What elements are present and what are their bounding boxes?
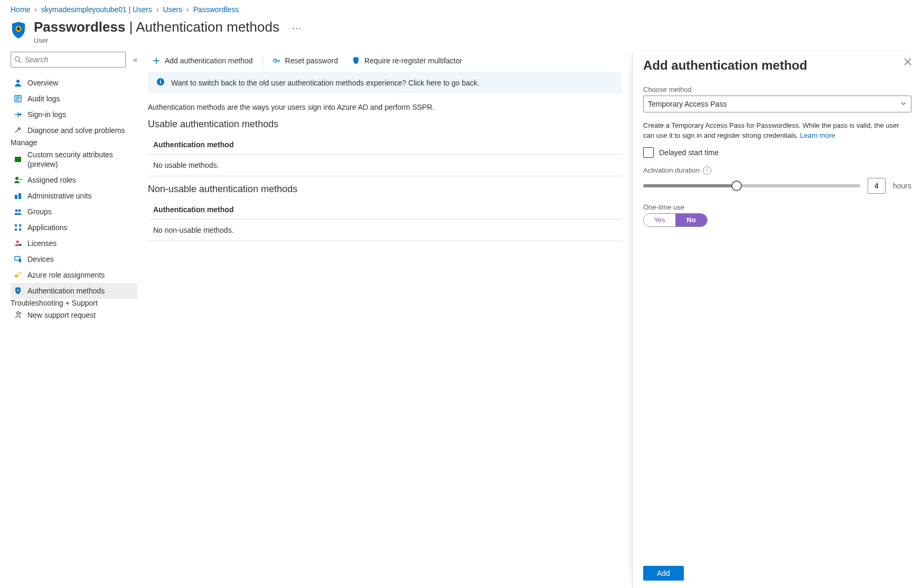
- activation-duration-unit: hours: [893, 182, 911, 190]
- info-tooltip-icon[interactable]: i: [703, 166, 711, 175]
- attr-icon: [14, 155, 22, 164]
- breadcrumb-tenant[interactable]: skymadesimpleyoutube01 | Users: [41, 5, 152, 14]
- usable-methods-table: Authentication method No usable methods.: [148, 135, 622, 176]
- sidebar-item-new-support-request[interactable]: New support request: [11, 307, 137, 323]
- svg-rect-10: [15, 195, 17, 199]
- sidebar-item-groups[interactable]: Groups: [11, 204, 137, 220]
- activation-duration-slider[interactable]: [643, 184, 860, 187]
- sidebar-item-devices[interactable]: Devices: [11, 251, 137, 267]
- sidebar-item-label: Groups: [27, 207, 134, 216]
- sidebar-item-custom-security-attributes-preview[interactable]: Custom security attributes (preview): [11, 147, 137, 172]
- nonusable-methods-table: Authentication method No non-usable meth…: [148, 200, 622, 241]
- add-auth-method-label: Add authentication method: [165, 56, 253, 65]
- sidebar-item-label: Custom security attributes (preview): [27, 150, 134, 169]
- svg-rect-28: [160, 80, 161, 81]
- sidebar-item-licenses[interactable]: Licenses: [11, 235, 137, 251]
- sidebar-item-label: Devices: [27, 254, 134, 264]
- sidebar-item-azure-role-assignments[interactable]: Azure role assignments: [11, 267, 137, 283]
- signin-icon: [14, 110, 22, 119]
- nonusable-section-title: Non-usable authentication methods: [148, 184, 622, 195]
- usable-col-header: Authentication method: [148, 135, 622, 155]
- sidebar-item-assigned-roles[interactable]: Assigned roles: [11, 172, 137, 188]
- choose-method-value: Temporary Access Pass: [648, 100, 727, 108]
- reset-password-button[interactable]: Reset password: [268, 54, 342, 67]
- sidebar-section-manage: Manage: [11, 138, 37, 147]
- nonusable-empty-cell: No non-usable methods.: [148, 220, 622, 241]
- usable-section-title: Usable authentication methods: [148, 119, 622, 130]
- table-row: No non-usable methods.: [148, 220, 622, 241]
- person-icon: [14, 79, 22, 87]
- sidebar-item-label: Applications: [27, 223, 134, 232]
- sidebar-item-applications[interactable]: Applications: [11, 220, 137, 235]
- svg-point-7: [20, 113, 22, 116]
- chevron-down-icon: [900, 100, 907, 108]
- delayed-start-checkbox[interactable]: [643, 147, 654, 158]
- sidebar-section-trouble: Troubleshooting + Support: [11, 299, 98, 307]
- more-icon[interactable]: ⋯: [292, 19, 302, 34]
- onetime-use-toggle[interactable]: Yes No: [643, 213, 708, 227]
- svg-point-23: [17, 289, 19, 291]
- sidebar-item-label: New support request: [27, 310, 134, 320]
- svg-rect-19: [19, 244, 22, 246]
- breadcrumb: Home › skymadesimpleyoutube01 | Users › …: [0, 0, 922, 16]
- sidebar-item-label: Sign-in logs: [27, 110, 134, 119]
- svg-rect-15: [19, 224, 21, 226]
- command-bar: Add authentication method Reset password…: [148, 52, 622, 70]
- sidebar-item-diagnose-and-solve-problems[interactable]: Diagnose and solve problems: [11, 122, 137, 138]
- breadcrumb-home[interactable]: Home: [11, 5, 30, 14]
- require-reregister-button[interactable]: Require re-register multifactor: [347, 54, 466, 67]
- require-reregister-label: Require re-register multifactor: [364, 56, 462, 65]
- page-title: Passwordless | Authentication methods: [34, 19, 279, 35]
- log-icon: [14, 94, 22, 103]
- adminunits-icon: [14, 192, 22, 200]
- choose-method-select[interactable]: Temporary Access Pass: [643, 96, 911, 112]
- svg-point-5: [16, 80, 20, 83]
- plus-icon: [152, 56, 161, 65]
- nonusable-col-header: Authentication method: [148, 200, 622, 220]
- sidebar-item-authentication-methods[interactable]: Authentication methods: [11, 283, 137, 299]
- sidebar-item-label: Diagnose and solve problems: [27, 126, 134, 135]
- search-input[interactable]: [11, 52, 126, 68]
- onetime-yes-option[interactable]: Yes: [644, 214, 675, 226]
- learn-more-link[interactable]: Learn more: [800, 131, 835, 139]
- close-icon[interactable]: [904, 58, 911, 67]
- toolbar-separator: [262, 55, 263, 66]
- svg-rect-27: [160, 81, 161, 84]
- slider-thumb[interactable]: [731, 181, 742, 191]
- devices-icon: [14, 255, 22, 263]
- svg-rect-21: [19, 259, 21, 262]
- reset-password-label: Reset password: [285, 56, 338, 65]
- sidebar-item-administrative-units[interactable]: Administrative units: [11, 188, 137, 204]
- onetime-no-option[interactable]: No: [675, 214, 707, 226]
- sidebar-item-overview[interactable]: Overview: [11, 75, 137, 91]
- svg-point-9: [15, 177, 18, 180]
- info-icon: [156, 78, 165, 88]
- sidebar: « OverviewAudit logsSign-in logsDiagnose…: [0, 52, 137, 588]
- info-bar[interactable]: Want to switch back to the old user auth…: [148, 72, 622, 93]
- breadcrumb-sep: ›: [156, 5, 159, 14]
- add-button[interactable]: Add: [643, 566, 684, 581]
- key-icon: [272, 56, 281, 65]
- activation-duration-label: Activation duration: [643, 166, 700, 174]
- sidebar-item-sign-in-logs[interactable]: Sign-in logs: [11, 107, 137, 122]
- breadcrumb-user[interactable]: Passwordless: [193, 5, 239, 14]
- main-content: Add authentication method Reset password…: [137, 52, 632, 588]
- sidebar-item-label: Assigned roles: [27, 175, 134, 185]
- sidebar-item-audit-logs[interactable]: Audit logs: [11, 91, 137, 107]
- svg-point-18: [16, 241, 19, 243]
- svg-rect-2: [17, 28, 20, 30]
- support-icon: [14, 311, 22, 319]
- svg-point-24: [17, 312, 20, 315]
- activation-duration-input[interactable]: [868, 178, 886, 194]
- breadcrumb-users[interactable]: Users: [163, 5, 183, 14]
- groups-icon: [14, 207, 22, 216]
- roles-icon: [14, 176, 22, 184]
- svg-point-12: [15, 210, 18, 212]
- shield-refresh-icon: [352, 56, 360, 65]
- collapse-icon[interactable]: «: [133, 55, 137, 64]
- page-subtitle: User: [34, 36, 279, 44]
- add-auth-method-button[interactable]: Add authentication method: [148, 54, 257, 67]
- key-icon: [14, 271, 22, 279]
- panel-description: Create a Temporary Access Pass for Passw…: [643, 121, 911, 141]
- svg-rect-16: [15, 229, 17, 231]
